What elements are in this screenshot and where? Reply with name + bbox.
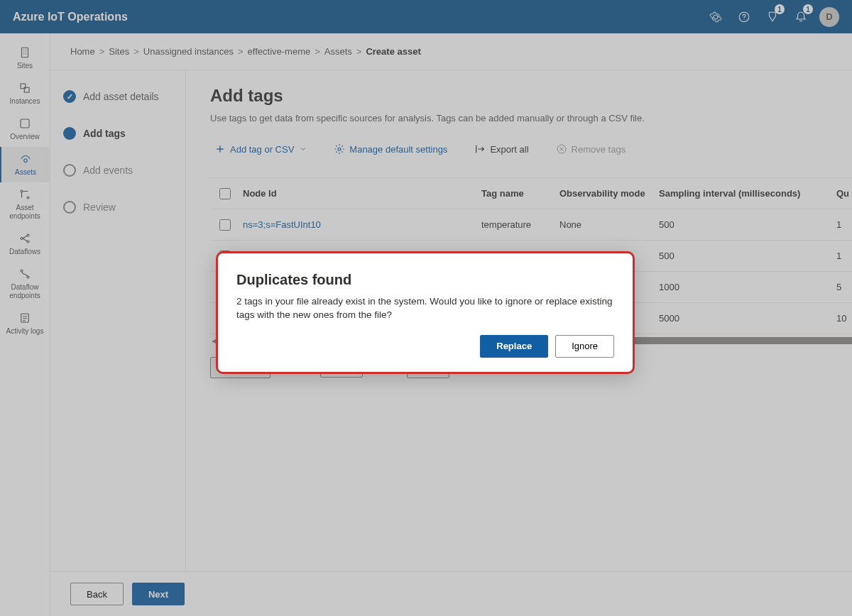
dialog-replace-button[interactable]: Replace [480,335,548,358]
modal-overlay[interactable]: Duplicates found 2 tags in your file alr… [0,0,852,616]
dialog-ignore-button[interactable]: Ignore [555,335,614,358]
duplicates-dialog: Duplicates found 2 tags in your file alr… [216,251,635,374]
dialog-title: Duplicates found [236,272,614,288]
dialog-message: 2 tags in your file already exist in the… [236,295,614,322]
